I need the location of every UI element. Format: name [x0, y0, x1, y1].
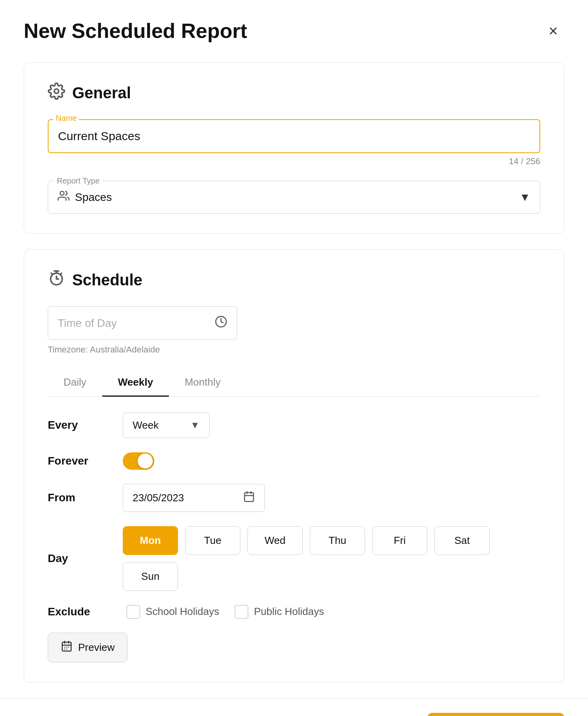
time-of-day-input[interactable]: Time of Day [48, 306, 237, 340]
tabs-row: Daily Weekly Monthly [48, 369, 540, 397]
char-count: 14 / 256 [48, 156, 540, 167]
timezone-text: Timezone: Australia/Adelaide [48, 345, 540, 355]
from-date-value: 23/05/2023 [133, 492, 235, 504]
preview-calendar-icon [61, 640, 73, 655]
modal-footer: Save & Create Another Create Schedule [0, 698, 588, 716]
school-holidays-checkbox[interactable]: School Holidays [127, 605, 219, 619]
time-of-day-label: Time of Day [58, 317, 117, 330]
forever-label: Forever [48, 455, 111, 467]
day-fri[interactable]: Fri [372, 526, 427, 555]
forever-row: Forever [48, 452, 540, 470]
svg-point-0 [54, 89, 59, 94]
from-label: From [48, 491, 111, 504]
day-wed[interactable]: Wed [247, 526, 303, 555]
toggle-knob [138, 454, 153, 469]
report-type-label: Report Type [54, 176, 102, 186]
general-title: General [72, 84, 131, 102]
report-type-chevron-icon: ▼ [519, 191, 530, 204]
calendar-icon [243, 491, 255, 505]
every-dropdown[interactable]: Week ▼ [123, 412, 210, 438]
day-row: Day Mon Tue Wed Thu Fri Sat Sun [48, 526, 540, 591]
every-chevron-icon: ▼ [190, 420, 200, 431]
day-label: Day [48, 552, 111, 565]
public-holidays-label: Public Holidays [254, 605, 324, 618]
close-button[interactable]: × [542, 20, 564, 42]
gear-icon [48, 82, 65, 103]
schedule-section: Schedule Time of Day Timezone: Australia… [24, 249, 564, 682]
create-schedule-button[interactable]: Create Schedule [427, 713, 564, 716]
modal-title: New Scheduled Report [24, 19, 247, 43]
tab-weekly[interactable]: Weekly [102, 369, 169, 397]
day-buttons: Mon Tue Wed Thu Fri Sat Sun [123, 526, 540, 591]
name-field-label: Name [53, 114, 79, 123]
day-mon[interactable]: Mon [123, 526, 178, 555]
modal: New Scheduled Report × General Name 14 /… [0, 0, 588, 716]
forever-toggle[interactable] [123, 452, 154, 470]
day-thu[interactable]: Thu [310, 526, 365, 555]
general-section-header: General [48, 82, 540, 103]
from-row: From 23/05/2023 [48, 484, 540, 512]
name-input[interactable] [48, 119, 540, 153]
modal-header: New Scheduled Report × [0, 0, 588, 54]
modal-body: General Name 14 / 256 Report Type [0, 54, 588, 698]
report-type-select[interactable]: Report Type Spaces ▼ [48, 181, 540, 214]
preview-label: Preview [78, 641, 114, 654]
clock-icon [215, 315, 227, 331]
schedule-title: Schedule [72, 271, 142, 289]
day-tue[interactable]: Tue [185, 526, 240, 555]
report-type-value: Spaces [75, 191, 514, 204]
tab-daily[interactable]: Daily [48, 369, 102, 397]
every-row: Every Week ▼ [48, 412, 540, 438]
tab-monthly[interactable]: Monthly [169, 369, 236, 397]
schedule-section-header: Schedule [48, 270, 540, 291]
exclude-label: Exclude [48, 605, 111, 618]
every-label: Every [48, 419, 111, 431]
preview-button[interactable]: Preview [48, 633, 127, 662]
public-holidays-box [235, 605, 248, 619]
school-holidays-box [127, 605, 140, 619]
name-field-wrapper: Name [48, 119, 540, 153]
spaces-icon [58, 190, 69, 204]
day-sat[interactable]: Sat [434, 526, 490, 555]
svg-point-1 [60, 191, 64, 195]
svg-rect-4 [245, 493, 254, 502]
every-value: Week [133, 419, 184, 431]
public-holidays-checkbox[interactable]: Public Holidays [235, 605, 324, 619]
school-holidays-label: School Holidays [146, 605, 219, 618]
exclude-row: Exclude School Holidays Public Holidays [48, 605, 540, 619]
general-section: General Name 14 / 256 Report Type [24, 62, 564, 234]
day-sun[interactable]: Sun [123, 562, 178, 591]
stopwatch-icon [48, 270, 65, 291]
from-date-input[interactable]: 23/05/2023 [123, 484, 265, 512]
